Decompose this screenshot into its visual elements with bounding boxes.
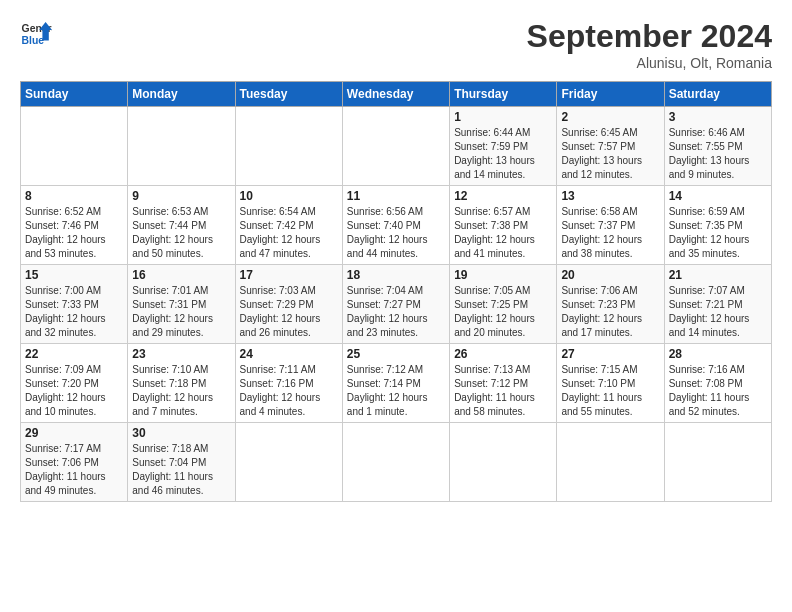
day-detail: Sunrise: 7:18 AM Sunset: 7:04 PM Dayligh… (132, 442, 230, 498)
day-detail: Sunrise: 6:52 AM Sunset: 7:46 PM Dayligh… (25, 205, 123, 261)
table-row: 24Sunrise: 7:11 AM Sunset: 7:16 PM Dayli… (235, 344, 342, 423)
day-number: 17 (240, 268, 338, 282)
table-row (21, 107, 128, 186)
day-number: 16 (132, 268, 230, 282)
table-row: 27Sunrise: 7:15 AM Sunset: 7:10 PM Dayli… (557, 344, 664, 423)
table-row: 26Sunrise: 7:13 AM Sunset: 7:12 PM Dayli… (450, 344, 557, 423)
calendar-table: Sunday Monday Tuesday Wednesday Thursday… (20, 81, 772, 502)
day-detail: Sunrise: 6:59 AM Sunset: 7:35 PM Dayligh… (669, 205, 767, 261)
day-number: 9 (132, 189, 230, 203)
day-number: 18 (347, 268, 445, 282)
day-detail: Sunrise: 6:57 AM Sunset: 7:38 PM Dayligh… (454, 205, 552, 261)
day-number: 19 (454, 268, 552, 282)
day-detail: Sunrise: 7:01 AM Sunset: 7:31 PM Dayligh… (132, 284, 230, 340)
table-row: 12Sunrise: 6:57 AM Sunset: 7:38 PM Dayli… (450, 186, 557, 265)
calendar-title: September 2024 (527, 18, 772, 55)
table-row: 30Sunrise: 7:18 AM Sunset: 7:04 PM Dayli… (128, 423, 235, 502)
table-row: 13Sunrise: 6:58 AM Sunset: 7:37 PM Dayli… (557, 186, 664, 265)
title-area: September 2024 Alunisu, Olt, Romania (527, 18, 772, 71)
day-number: 28 (669, 347, 767, 361)
day-number: 1 (454, 110, 552, 124)
day-number: 21 (669, 268, 767, 282)
week-row-4: 29Sunrise: 7:17 AM Sunset: 7:06 PM Dayli… (21, 423, 772, 502)
table-row: 23Sunrise: 7:10 AM Sunset: 7:18 PM Dayli… (128, 344, 235, 423)
day-number: 14 (669, 189, 767, 203)
table-row: 17Sunrise: 7:03 AM Sunset: 7:29 PM Dayli… (235, 265, 342, 344)
week-row-3: 22Sunrise: 7:09 AM Sunset: 7:20 PM Dayli… (21, 344, 772, 423)
table-row: 9Sunrise: 6:53 AM Sunset: 7:44 PM Daylig… (128, 186, 235, 265)
col-wednesday: Wednesday (342, 82, 449, 107)
day-number: 13 (561, 189, 659, 203)
day-number: 27 (561, 347, 659, 361)
day-number: 3 (669, 110, 767, 124)
day-number: 8 (25, 189, 123, 203)
col-tuesday: Tuesday (235, 82, 342, 107)
table-row: 11Sunrise: 6:56 AM Sunset: 7:40 PM Dayli… (342, 186, 449, 265)
day-detail: Sunrise: 7:06 AM Sunset: 7:23 PM Dayligh… (561, 284, 659, 340)
table-row: 14Sunrise: 6:59 AM Sunset: 7:35 PM Dayli… (664, 186, 771, 265)
day-detail: Sunrise: 7:07 AM Sunset: 7:21 PM Dayligh… (669, 284, 767, 340)
table-row (342, 423, 449, 502)
day-detail: Sunrise: 6:46 AM Sunset: 7:55 PM Dayligh… (669, 126, 767, 182)
week-row-2: 15Sunrise: 7:00 AM Sunset: 7:33 PM Dayli… (21, 265, 772, 344)
page: General Blue September 2024 Alunisu, Olt… (0, 0, 792, 512)
day-number: 29 (25, 426, 123, 440)
day-detail: Sunrise: 6:58 AM Sunset: 7:37 PM Dayligh… (561, 205, 659, 261)
day-number: 23 (132, 347, 230, 361)
calendar-body: 1Sunrise: 6:44 AM Sunset: 7:59 PM Daylig… (21, 107, 772, 502)
table-row: 2Sunrise: 6:45 AM Sunset: 7:57 PM Daylig… (557, 107, 664, 186)
day-detail: Sunrise: 7:03 AM Sunset: 7:29 PM Dayligh… (240, 284, 338, 340)
col-monday: Monday (128, 82, 235, 107)
day-number: 12 (454, 189, 552, 203)
day-detail: Sunrise: 7:12 AM Sunset: 7:14 PM Dayligh… (347, 363, 445, 419)
svg-text:Blue: Blue (22, 35, 45, 46)
table-row (450, 423, 557, 502)
table-row: 16Sunrise: 7:01 AM Sunset: 7:31 PM Dayli… (128, 265, 235, 344)
day-number: 10 (240, 189, 338, 203)
table-row: 3Sunrise: 6:46 AM Sunset: 7:55 PM Daylig… (664, 107, 771, 186)
generalblue-icon: General Blue (20, 18, 52, 50)
day-detail: Sunrise: 7:11 AM Sunset: 7:16 PM Dayligh… (240, 363, 338, 419)
day-number: 22 (25, 347, 123, 361)
table-row: 15Sunrise: 7:00 AM Sunset: 7:33 PM Dayli… (21, 265, 128, 344)
day-detail: Sunrise: 7:04 AM Sunset: 7:27 PM Dayligh… (347, 284, 445, 340)
day-detail: Sunrise: 6:44 AM Sunset: 7:59 PM Dayligh… (454, 126, 552, 182)
day-detail: Sunrise: 7:00 AM Sunset: 7:33 PM Dayligh… (25, 284, 123, 340)
day-detail: Sunrise: 7:10 AM Sunset: 7:18 PM Dayligh… (132, 363, 230, 419)
table-row: 29Sunrise: 7:17 AM Sunset: 7:06 PM Dayli… (21, 423, 128, 502)
day-number: 30 (132, 426, 230, 440)
table-row: 22Sunrise: 7:09 AM Sunset: 7:20 PM Dayli… (21, 344, 128, 423)
header-row: Sunday Monday Tuesday Wednesday Thursday… (21, 82, 772, 107)
col-saturday: Saturday (664, 82, 771, 107)
table-row: 25Sunrise: 7:12 AM Sunset: 7:14 PM Dayli… (342, 344, 449, 423)
col-friday: Friday (557, 82, 664, 107)
day-detail: Sunrise: 7:05 AM Sunset: 7:25 PM Dayligh… (454, 284, 552, 340)
day-number: 25 (347, 347, 445, 361)
col-thursday: Thursday (450, 82, 557, 107)
table-row: 21Sunrise: 7:07 AM Sunset: 7:21 PM Dayli… (664, 265, 771, 344)
week-row-0: 1Sunrise: 6:44 AM Sunset: 7:59 PM Daylig… (21, 107, 772, 186)
table-row: 19Sunrise: 7:05 AM Sunset: 7:25 PM Dayli… (450, 265, 557, 344)
table-row: 1Sunrise: 6:44 AM Sunset: 7:59 PM Daylig… (450, 107, 557, 186)
table-row (235, 423, 342, 502)
table-row: 28Sunrise: 7:16 AM Sunset: 7:08 PM Dayli… (664, 344, 771, 423)
day-detail: Sunrise: 7:15 AM Sunset: 7:10 PM Dayligh… (561, 363, 659, 419)
table-row: 10Sunrise: 6:54 AM Sunset: 7:42 PM Dayli… (235, 186, 342, 265)
day-number: 15 (25, 268, 123, 282)
day-detail: Sunrise: 7:13 AM Sunset: 7:12 PM Dayligh… (454, 363, 552, 419)
table-row (664, 423, 771, 502)
day-detail: Sunrise: 6:45 AM Sunset: 7:57 PM Dayligh… (561, 126, 659, 182)
day-detail: Sunrise: 6:56 AM Sunset: 7:40 PM Dayligh… (347, 205, 445, 261)
table-row: 8Sunrise: 6:52 AM Sunset: 7:46 PM Daylig… (21, 186, 128, 265)
table-row (342, 107, 449, 186)
table-row (557, 423, 664, 502)
table-row (235, 107, 342, 186)
header-area: General Blue September 2024 Alunisu, Olt… (20, 18, 772, 71)
day-number: 2 (561, 110, 659, 124)
day-detail: Sunrise: 7:17 AM Sunset: 7:06 PM Dayligh… (25, 442, 123, 498)
logo: General Blue (20, 18, 52, 50)
table-row: 18Sunrise: 7:04 AM Sunset: 7:27 PM Dayli… (342, 265, 449, 344)
table-row (128, 107, 235, 186)
calendar-subtitle: Alunisu, Olt, Romania (527, 55, 772, 71)
day-detail: Sunrise: 7:09 AM Sunset: 7:20 PM Dayligh… (25, 363, 123, 419)
